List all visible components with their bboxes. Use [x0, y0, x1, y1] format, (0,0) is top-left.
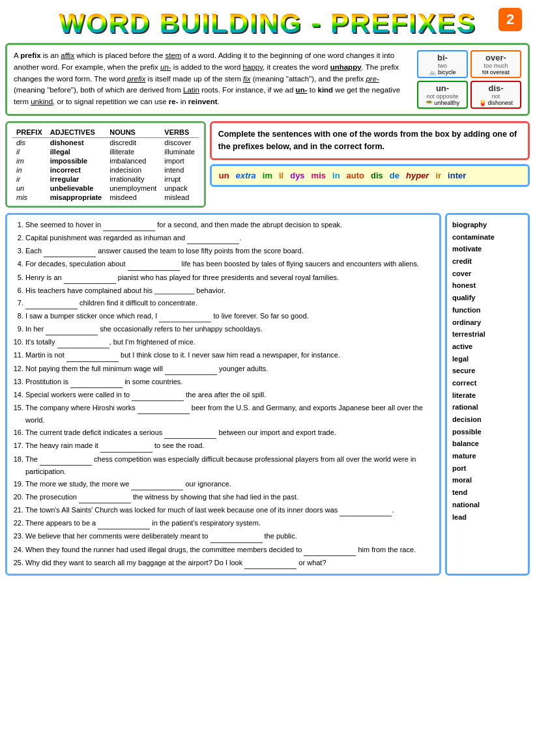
prefix-tag-mis: mis [310, 170, 328, 181]
blank-field [187, 232, 239, 244]
exercises-left: She seemed to hover in for a second, and… [5, 213, 441, 576]
un-card: un- not opposite 🥗 unhealthy [417, 81, 468, 109]
reinvent-word: reinvent [188, 98, 218, 105]
exercises-section: She seemed to hover in for a second, and… [5, 213, 530, 576]
title-number: 2 [499, 8, 522, 31]
prefix-word: prefix [127, 75, 145, 83]
word-table: PREFIX ADJECTIVES NOUNS VERBS disdishone… [12, 127, 199, 202]
table-cell: imbalanced [106, 156, 160, 165]
exercise-item: Each answer caused the team to lose fift… [25, 245, 433, 257]
exercise-item: She seemed to hover in for a second, and… [25, 219, 433, 231]
exercise-item: children find it difficult to concentrat… [25, 297, 433, 309]
prefix-tag-im: im [261, 170, 274, 181]
word-list-item: decision [452, 413, 523, 426]
bi-card: bi- two 🚲 bicycle [417, 50, 468, 78]
table-row: ilillegalilliterateilluminate [12, 147, 199, 156]
happy-word: happy [243, 63, 263, 71]
table-cell: unemployment [106, 184, 160, 193]
blank-field [79, 491, 131, 503]
word-list-item: honest [452, 279, 523, 292]
complete-instruction: Complete the sentences with one of the w… [218, 130, 517, 151]
col-prefix: PREFIX [12, 127, 46, 138]
blank-field [98, 517, 150, 529]
kind-word: kind [317, 86, 333, 94]
table-cell: misdeed [106, 193, 160, 202]
blank-field [159, 310, 211, 322]
exercise-item: It's totally , but I'm frightened of mic… [25, 336, 433, 348]
table-cell: misappropriate [46, 193, 106, 202]
table-cell: illiterate [106, 147, 160, 156]
blank-field [70, 376, 123, 388]
exercise-item: The more we study, the more we our ignor… [25, 478, 433, 490]
table-cell: irrupt [160, 175, 198, 184]
word-list-item: qualify [452, 292, 523, 304]
word-list-item: tend [452, 486, 523, 499]
blank-field [244, 557, 296, 569]
table-cell: mis [12, 193, 46, 202]
table-row: mismisappropriatemisdeedmislead [12, 193, 199, 202]
prefix-tag-hyper: hyper [404, 170, 431, 181]
table-cell: dishonest [46, 138, 106, 148]
word-list-item: motivate [452, 243, 523, 255]
table-row: ununbelievableunemploymentunpack [12, 184, 199, 193]
word-list-item: moral [452, 474, 523, 486]
un-kind: un- [296, 86, 308, 94]
affix-underline: affix [61, 51, 74, 59]
word-list-item: ordinary [452, 316, 523, 329]
word-list-item: possible [452, 426, 523, 438]
exercise-item: The company where Hiroshi works beer fro… [25, 402, 433, 426]
stem-underline: stem [166, 51, 182, 59]
table-cell: intend [160, 165, 198, 175]
exercise-item: Prostitution is in some countries. [25, 376, 433, 388]
word-list-item: function [452, 304, 523, 316]
complete-box: Complete the sentences with one of the w… [210, 121, 530, 160]
table-cell: il [12, 147, 46, 156]
blank-field [131, 478, 183, 490]
dis-card: dis- not 🍟 dishonest [470, 81, 521, 109]
table-cell: illegal [46, 147, 106, 156]
exercise-item: The prosecution the witness by showing t… [25, 491, 433, 503]
prefix-colorbox: unextraimildysmisinautodisdehyperirinter [210, 164, 530, 187]
word-list-item: terrestrial [452, 328, 523, 341]
word-list-item: rational [452, 401, 523, 413]
re-prefix: re- [169, 98, 179, 105]
table-cell: irregular [46, 175, 106, 184]
un-prefix: un- [160, 63, 171, 71]
blank-field [103, 219, 155, 231]
exercise-item: When they found the runner had used ille… [25, 544, 433, 556]
blank-field [25, 297, 78, 309]
table-row: irirregularirrationalityirrupt [12, 175, 199, 184]
prefix-tag-in: in [330, 170, 342, 181]
word-list-item: correct [452, 377, 523, 389]
table-cell: dis [12, 138, 46, 148]
prefix-tag-ir: ir [433, 170, 443, 181]
table-row: inincorrectindecisionintend [12, 165, 199, 175]
exercise-item: I saw a bumper sticker once which read, … [25, 310, 433, 322]
exercise-item: Capital punishment was regarded as inhum… [25, 232, 433, 244]
table-row: imimpossibleimbalancedimport [12, 156, 199, 165]
table-cell: un [12, 184, 46, 193]
word-list-item: credit [452, 255, 523, 268]
table-cell: discover [160, 138, 198, 148]
intro-text: A prefix is an affix which is placed bef… [14, 50, 411, 109]
blank-field [137, 402, 190, 414]
word-list-item: balance [452, 438, 523, 450]
blank-field [64, 272, 116, 284]
table-cell: im [12, 156, 46, 165]
exercise-list: She seemed to hover in for a second, and… [14, 219, 433, 569]
exercise-item: The town's All Saints' Church was locked… [25, 504, 433, 516]
exercise-item: The heavy rain made it to see the road. [25, 440, 433, 452]
exercise-item: The current trade deficit indicates a se… [25, 427, 433, 439]
exercise-item: Why did they want to search all my bagga… [25, 557, 433, 569]
exercise-item: Special workers were called in to the ar… [25, 389, 433, 401]
table-cell: import [160, 156, 198, 165]
fix-word: fix [243, 75, 251, 83]
main-title: WORD BUILDING - PREFIXES [59, 8, 476, 39]
table-cell: incorrect [46, 165, 106, 175]
col-verbs: VERBS [160, 127, 198, 138]
prefix-tag-dys: dys [288, 170, 306, 181]
table-cell: discredit [106, 138, 160, 148]
exercise-item: Martin is not but I think close to it. I… [25, 349, 433, 361]
unkind-word: unkind [31, 98, 53, 105]
word-list-item: lead [452, 511, 523, 524]
